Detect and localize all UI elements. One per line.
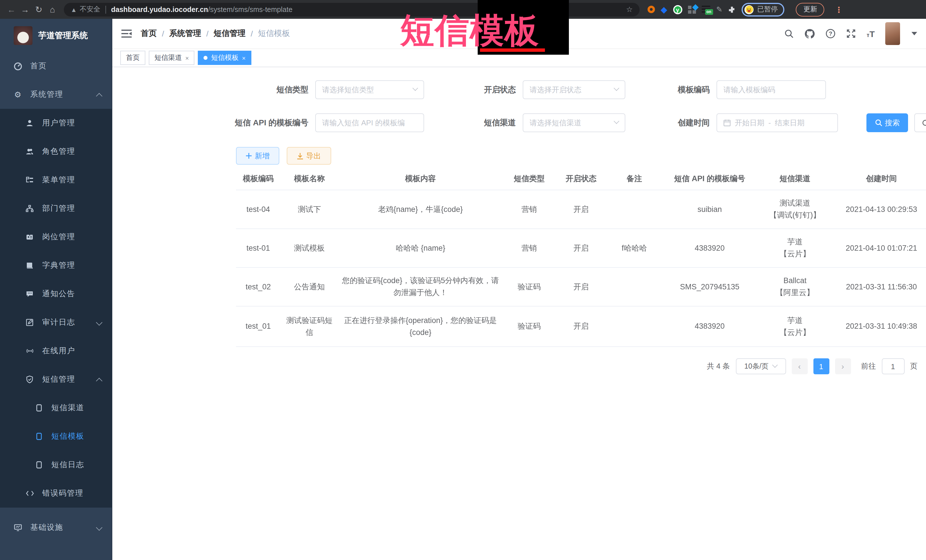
col-remark: 备注 [607,169,662,190]
sidebar-item-sms[interactable]: 短信管理 [0,365,112,394]
extension-grid-icon[interactable] [688,5,696,14]
extension-y-icon[interactable]: y [673,5,682,14]
sidebar-item-dictionary[interactable]: 字典管理 [0,251,112,280]
goto-page-input[interactable] [882,358,904,374]
sidebar-item-announcements[interactable]: 通知公告 [0,280,112,308]
add-button[interactable]: 新增 [236,147,279,165]
avatar-caret-icon[interactable] [911,32,917,35]
template-code-input[interactable] [717,80,826,99]
sidebar-item-sms-channel[interactable]: 短信渠道 [0,394,112,422]
chevron-up-icon [96,93,103,100]
sidebar-item-sms-template[interactable]: 短信模板 [0,422,112,451]
chevron-down-icon [96,319,103,326]
bookmark-star-icon[interactable]: ☆ [626,5,633,14]
sidebar-item-online-users[interactable]: 在线用户 [0,337,112,365]
filter-label-sms-type: 短信类型 [221,85,315,95]
table-header-row: 模板编码 模板名称 模板内容 短信类型 开启状态 备注 短信 API 的模板编号… [236,169,926,190]
tab-home[interactable]: 首页 [120,51,145,65]
dictionary-icon [25,261,34,269]
users-icon [25,148,34,155]
tab-sms-template[interactable]: 短信模板× [198,51,251,65]
extension-ring-icon[interactable] [648,6,655,13]
browser-menu-icon[interactable]: ⋮ [835,5,843,14]
chevron-down-icon [772,362,778,367]
template-code-input-field[interactable] [723,86,819,94]
github-icon[interactable] [805,29,816,39]
sidebar-item-audit-log[interactable]: 审计日志 [0,308,112,337]
extensions-puzzle-icon[interactable] [728,5,736,14]
shield-icon [25,376,34,383]
sidebar-item-infrastructure[interactable]: 基础设施 [0,513,112,542]
announcement-icon [25,290,34,298]
channel-select[interactable]: 请选择短信渠道 [523,113,625,132]
date-range-picker[interactable]: 开始日期 - 结束日期 [717,113,838,132]
logo-rabbit-image [14,26,32,45]
filter-label-channel: 短信渠道 [449,118,523,128]
fullscreen-icon[interactable] [846,29,856,39]
search-button[interactable]: 搜索 [866,113,908,132]
sidebar-item-roles[interactable]: 角色管理 [0,137,112,166]
menu-tree-icon [25,176,34,184]
sidebar: 芋道管理系统 首页 ⚙ 系统管理 用户管理 角色管理 [0,19,112,560]
screen: ← → ↻ ⌂ ▲ 不安全 dashboard.yudao.iocoder.cn… [0,0,926,560]
back-icon[interactable]: ← [5,5,18,14]
extension-gem-icon[interactable]: ◆ [661,6,667,13]
org-chart-icon [25,205,34,213]
end-date-placeholder[interactable]: 结束日期 [775,118,805,128]
sidebar-collapse-icon[interactable] [121,30,132,38]
font-size-icon[interactable]: тT [867,29,875,38]
extension-list-icon[interactable]: on [701,5,711,14]
browser-update-button[interactable]: 更新 [796,3,825,16]
forward-icon[interactable]: → [18,5,32,14]
page-content: 短信类型 请选择短信类型 开启状态 请选择开启状态 模板编码 短信 API 的模… [112,67,926,560]
profile-paused-badge[interactable]: 已暂停 [742,3,785,16]
export-button[interactable]: 导出 [287,147,331,165]
filter-label-api-id: 短信 API 的模板编号 [214,118,315,128]
api-template-id-input-field[interactable] [322,118,417,127]
reset-button[interactable]: 重置 [914,113,926,132]
user-avatar[interactable] [885,22,900,45]
prev-page-button[interactable]: ‹ [791,358,808,374]
sidebar-item-departments[interactable]: 部门管理 [0,194,112,223]
total-count: 共 4 条 [707,361,730,371]
phone-icon [34,404,43,412]
gear-icon: ⚙ [13,90,22,99]
start-date-placeholder[interactable]: 开始日期 [735,118,764,128]
breadcrumb-home[interactable]: 首页 [141,29,157,39]
sidebar-item-home[interactable]: 首页 [0,52,112,80]
active-dot [204,56,208,60]
close-icon[interactable]: × [185,54,189,61]
api-template-id-input[interactable] [315,113,424,132]
download-icon [297,152,303,159]
sms-template-table: 模板编码 模板名称 模板内容 短信类型 开启状态 备注 短信 API 的模板编号… [236,169,926,347]
breadcrumb-sms[interactable]: 短信管理 [214,29,246,39]
warning-icon: ▲ [71,6,77,13]
sidebar-item-posts[interactable]: 岗位管理 [0,223,112,251]
sidebar-item-menus[interactable]: 菜单管理 [0,166,112,194]
home-icon[interactable]: ⌂ [45,5,59,14]
svg-text:?: ? [829,30,832,37]
extension-pen-icon[interactable]: ✎ [716,5,723,14]
online-users-icon [25,347,34,355]
status-select[interactable]: 请选择开启状态 [523,80,625,99]
sidebar-item-users[interactable]: 用户管理 [0,109,112,137]
url-path: /system/sms/sms-template [208,5,292,14]
close-icon[interactable]: × [242,54,246,61]
header-search-icon[interactable] [785,29,794,38]
col-code: 模板编码 [236,169,280,190]
next-page-button[interactable]: › [835,358,851,374]
app-title: 芋道管理系统 [38,30,88,41]
refresh-icon [921,119,926,127]
sidebar-item-sms-log[interactable]: 短信日志 [0,451,112,479]
reload-icon[interactable]: ↻ [32,4,45,15]
col-name: 模板名称 [280,169,338,190]
page-1-button[interactable]: 1 [813,358,829,374]
sidebar-item-error-codes[interactable]: 错误码管理 [0,479,112,507]
help-icon[interactable]: ? [826,29,836,39]
app-logo[interactable]: 芋道管理系统 [0,19,112,52]
sms-type-select[interactable]: 请选择短信类型 [315,80,424,99]
page-size-select[interactable]: 10条/页 [735,358,786,374]
sidebar-item-system[interactable]: ⚙ 系统管理 [0,80,112,109]
breadcrumb-system[interactable]: 系统管理 [169,29,201,39]
tab-sms-channel[interactable]: 短信渠道× [149,51,195,65]
